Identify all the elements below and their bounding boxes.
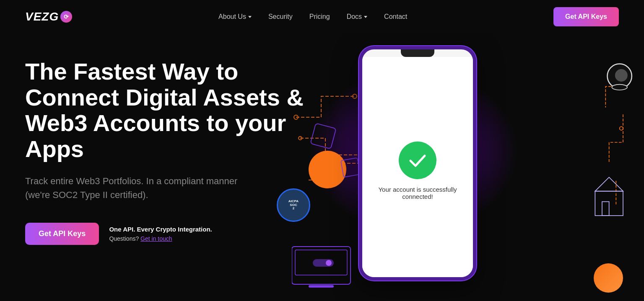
nav-item-pricing[interactable]: Pricing	[309, 13, 330, 21]
svg-rect-16	[309, 285, 334, 288]
nav-item-about-us[interactable]: About Us	[218, 13, 252, 21]
svg-rect-10	[602, 202, 609, 216]
phone-screen: Your account is successfully connected!	[362, 57, 473, 280]
hero-content-left: The Fastest Way to Connect Digital Asset…	[25, 50, 319, 245]
soc2-line3: 2	[293, 207, 294, 211]
nav-link-pricing[interactable]: Pricing	[309, 13, 330, 21]
phone-mockup: Your account is successfully connected!	[359, 46, 476, 280]
nav-link-contact[interactable]: Contact	[384, 13, 407, 21]
nav-item-docs[interactable]: Docs	[347, 13, 367, 21]
hero-cta-text: One API. Every Crypto Integration. Quest…	[109, 225, 212, 243]
hero-tagline: One API. Every Crypto Integration.	[109, 225, 212, 234]
right-decoration: +	[564, 59, 640, 268]
nav-item-contact[interactable]: Contact	[384, 13, 407, 21]
hero-illustration: + Your account is successfully connected…	[267, 33, 644, 301]
logo[interactable]: VEZG ⟳	[25, 10, 72, 23]
svg-point-13	[612, 85, 627, 90]
soc2-badge: AICPA SOC 2	[277, 188, 310, 222]
orange-bottom-circle	[594, 263, 623, 293]
svg-point-12	[615, 69, 628, 82]
hero-title: The Fastest Way to Connect Digital Asset…	[25, 59, 319, 162]
hero-question: Questions?	[109, 235, 139, 242]
navigation: VEZG ⟳ About Us Security Pricing Docs	[0, 0, 644, 33]
nav-item-security[interactable]: Security	[268, 13, 293, 21]
svg-point-7	[620, 127, 623, 130]
nav-link-about-us[interactable]: About Us	[218, 13, 252, 21]
success-check-circle	[399, 141, 436, 179]
svg-marker-9	[595, 177, 623, 191]
hero-get-in-touch-link[interactable]: Get in touch	[140, 235, 172, 242]
nav-get-api-button[interactable]: Get API Keys	[553, 7, 619, 26]
nav-link-security[interactable]: Security	[268, 13, 293, 21]
chevron-down-icon	[248, 16, 252, 18]
logo-icon: ⟳	[60, 11, 72, 23]
hero-cta-row: Get API Keys One API. Every Crypto Integ…	[25, 223, 319, 245]
hero-subtitle: Track entire Web3 Portfolios. In a compl…	[25, 174, 243, 202]
hero-get-api-button[interactable]: Get API Keys	[25, 223, 99, 245]
svg-rect-4	[341, 158, 360, 177]
chevron-down-icon	[364, 16, 367, 18]
nav-link-docs[interactable]: Docs	[347, 13, 367, 21]
phone-success-text: Your account is successfully connected!	[362, 186, 473, 200]
hero-section: The Fastest Way to Connect Digital Asset…	[0, 33, 644, 301]
phone-notch	[401, 49, 434, 57]
nav-links: About Us Security Pricing Docs Contact	[218, 13, 407, 21]
logo-text: VEZG	[25, 10, 59, 23]
svg-point-18	[326, 260, 332, 266]
